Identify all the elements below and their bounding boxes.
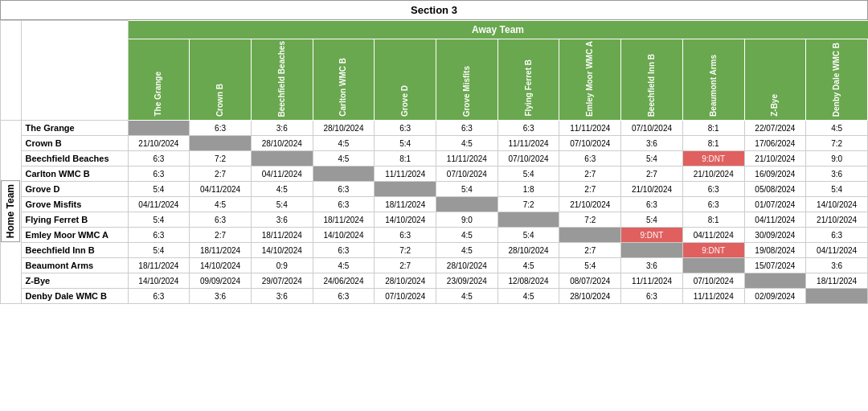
data-cell: 05/08/2024 [744, 182, 806, 197]
data-cell: 07/10/2024 [621, 121, 683, 136]
data-cell: 4:5 [497, 258, 559, 273]
data-cell: 6:3 [436, 121, 498, 136]
data-cell: 6:3 [190, 121, 252, 136]
data-cell: 9:DNT [621, 228, 683, 243]
data-cell: 6:3 [375, 228, 436, 243]
data-cell: 5:4 [128, 243, 190, 258]
data-cell: 5:4 [621, 151, 683, 166]
data-cell: 04/11/2024 [682, 228, 744, 243]
data-cell: 04/11/2024 [190, 182, 252, 197]
row-team-name: The Grange [21, 121, 128, 136]
col-header-1: Crown B [190, 39, 252, 121]
data-cell: 6:3 [128, 228, 190, 243]
data-cell: 28/10/2024 [375, 273, 436, 289]
data-cell: 28/10/2024 [497, 243, 559, 258]
table-row: Grove D5:404/11/20244:56:35:41:82:721/10… [1, 182, 868, 197]
data-cell: 07/10/2024 [436, 166, 498, 182]
data-cell: 28/10/2024 [251, 136, 313, 151]
col-header-3: Carlton WMC B [313, 39, 375, 121]
data-cell: 21/10/2024 [621, 182, 683, 197]
data-cell [375, 182, 436, 197]
data-cell: 04/11/2024 [744, 212, 806, 228]
data-cell: 6:3 [313, 243, 375, 258]
data-cell: 2:7 [190, 166, 252, 182]
row-team-name: Beaumont Arms [21, 258, 128, 273]
corner-spacer [1, 21, 22, 121]
data-cell: 9:0 [436, 212, 498, 228]
data-cell: 04/11/2024 [251, 166, 313, 182]
data-cell: 9:DNT [682, 151, 744, 166]
data-cell: 4:5 [313, 136, 375, 151]
data-cell: 4:5 [313, 151, 375, 166]
data-cell: 2:7 [190, 228, 252, 243]
data-cell: 14/10/2024 [251, 243, 313, 258]
data-cell: 6:3 [806, 228, 868, 243]
data-cell: 6:3 [313, 289, 375, 304]
data-cell: 21/10/2024 [128, 136, 190, 151]
data-cell: 8:1 [682, 136, 744, 151]
data-cell: 3:6 [190, 289, 252, 304]
table-body: Home TeamThe Grange6:33:628/10/20246:36:… [1, 121, 868, 304]
data-cell: 6:3 [128, 151, 190, 166]
table-row: Z-Bye14/10/202409/09/202429/07/202424/06… [1, 273, 868, 289]
col-header-2: Beechfield Beaches [251, 39, 313, 121]
data-cell [621, 243, 683, 258]
data-cell: 3:6 [251, 121, 313, 136]
data-cell: 08/07/2024 [559, 273, 621, 289]
data-cell: 2:7 [621, 166, 683, 182]
data-cell: 7:2 [190, 151, 252, 166]
data-cell: 3:6 [621, 258, 683, 273]
table-row: Grove Misfits04/11/20244:55:46:318/11/20… [1, 197, 868, 212]
table-row: Denby Dale WMC B6:33:63:66:307/10/20244:… [1, 289, 868, 304]
data-cell: 6:3 [313, 182, 375, 197]
table-row: Crown B21/10/202428/10/20244:55:44:511/1… [1, 136, 868, 151]
data-cell: 9:0 [806, 151, 868, 166]
data-cell [682, 258, 744, 273]
row-label-spacer [21, 21, 128, 121]
data-cell: 8:1 [682, 121, 744, 136]
col-header-row: The GrangeCrown BBeechfield BeachesCarlt… [1, 39, 868, 121]
data-cell: 2:7 [375, 258, 436, 273]
data-cell: 16/09/2024 [744, 166, 806, 182]
row-team-name: Denby Dale WMC B [21, 289, 128, 304]
data-cell: 4:5 [436, 228, 498, 243]
data-cell: 6:3 [190, 212, 252, 228]
data-cell: 4:5 [806, 121, 868, 136]
data-cell: 4:5 [190, 197, 252, 212]
data-cell: 5:4 [806, 182, 868, 197]
col-header-8: Beechfield Inn B [621, 39, 683, 121]
data-cell: 6:3 [621, 289, 683, 304]
data-cell: 18/11/2024 [251, 228, 313, 243]
data-cell: 5:4 [375, 136, 436, 151]
data-cell: 21/10/2024 [559, 197, 621, 212]
data-cell: 11/11/2024 [497, 136, 559, 151]
data-cell: 6:3 [313, 197, 375, 212]
row-team-name: Flying Ferret B [21, 212, 128, 228]
col-header-11: Denby Dale WMC B [806, 39, 868, 121]
data-cell: 1:8 [497, 182, 559, 197]
data-cell: 5:4 [128, 182, 190, 197]
data-cell: 21/10/2024 [744, 151, 806, 166]
section-title: Section 3 [0, 0, 868, 20]
data-cell: 4:5 [436, 136, 498, 151]
data-cell: 14/10/2024 [806, 197, 868, 212]
data-cell [128, 121, 190, 136]
data-cell [806, 289, 868, 304]
col-header-9: Beaumont Arms [682, 39, 744, 121]
home-team-label: Home Team [1, 121, 22, 304]
table-row: Carlton WMC B6:32:704/11/202411/11/20240… [1, 166, 868, 182]
data-cell: 18/11/2024 [190, 243, 252, 258]
row-team-name: Grove Misfits [21, 197, 128, 212]
data-cell: 18/11/2024 [128, 258, 190, 273]
data-cell: 04/11/2024 [128, 197, 190, 212]
row-team-name: Beechfield Beaches [21, 151, 128, 166]
data-cell: 21/10/2024 [682, 166, 744, 182]
data-cell: 9:DNT [682, 243, 744, 258]
row-team-name: Z-Bye [21, 273, 128, 289]
data-cell: 23/09/2024 [436, 273, 498, 289]
data-cell: 6:3 [497, 121, 559, 136]
table-row: Emley Moor WMC A6:32:718/11/202414/10/20… [1, 228, 868, 243]
data-cell: 4:5 [251, 182, 313, 197]
data-cell [744, 273, 806, 289]
away-team-header: Away Team [128, 21, 867, 39]
